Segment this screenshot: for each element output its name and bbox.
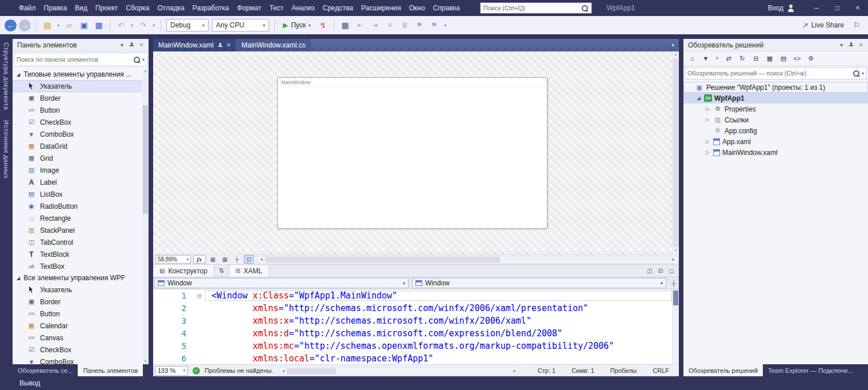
- edge-tab-0[interactable]: Структура документа: [3, 42, 10, 110]
- tab-design[interactable]: ▧ Конструктор: [153, 265, 214, 277]
- toolbox-item-calendar[interactable]: ▦Calendar: [13, 320, 149, 332]
- quick-search-input[interactable]: [483, 5, 579, 11]
- line-indicator[interactable]: Стр: 1: [538, 367, 555, 374]
- breadcrumb-right-select[interactable]: Window ▾: [412, 278, 666, 288]
- toolbox-item-border[interactable]: ▣Border: [13, 92, 149, 104]
- solution-pin-icon[interactable]: [846, 40, 856, 50]
- prev-bookmark-icon[interactable]: ⚑: [413, 18, 426, 32]
- toolbox-item-rectangle[interactable]: □Rectangle: [13, 212, 149, 224]
- menu-item-5[interactable]: Отладка: [153, 1, 188, 15]
- quick-search[interactable]: [480, 2, 592, 14]
- menu-item-1[interactable]: Правка: [40, 1, 71, 15]
- splitter-grip-icon[interactable]: ┼: [670, 280, 678, 286]
- menu-item-9[interactable]: Анализ: [287, 1, 319, 15]
- doc-tab-0[interactable]: MainWindow.xaml×: [153, 39, 236, 51]
- fold-collapse-icon[interactable]: ⊟: [194, 292, 205, 300]
- menu-item-4[interactable]: Сборка: [122, 1, 153, 15]
- toolbox-item-pointer[interactable]: Указатель: [13, 80, 149, 92]
- toolbox-item-combobox[interactable]: ▼ComboBox: [13, 128, 149, 140]
- show-all-files-icon[interactable]: ▦: [765, 55, 774, 62]
- toolbox-item-label[interactable]: ALabel: [13, 176, 149, 188]
- solution-tab-1[interactable]: Team Explorer — Подключе...: [763, 364, 858, 376]
- new-project-button[interactable]: ▤: [41, 18, 54, 32]
- toolbox-item-checkbox[interactable]: ☑CheckBox: [13, 344, 149, 356]
- undo-dropdown-icon[interactable]: ▾: [129, 18, 135, 32]
- menu-item-7[interactable]: Формат: [233, 1, 266, 15]
- scrollbar-thumb[interactable]: [673, 290, 678, 305]
- menu-item-11[interactable]: Расширения: [357, 1, 405, 15]
- snaplines-icon[interactable]: ┼: [232, 255, 242, 264]
- tree-item-6[interactable]: ▷MainWindow.xaml: [683, 147, 868, 158]
- save-all-button[interactable]: ▦: [92, 18, 106, 32]
- menu-item-2[interactable]: Вид: [71, 1, 91, 15]
- toolbox-item-grid[interactable]: ▦Grid: [13, 152, 149, 164]
- toolbox-section-header-0[interactable]: ◢Типовые элементы управления ...: [13, 69, 149, 80]
- tree-item-4[interactable]: ⚙App.config: [683, 125, 868, 136]
- refresh-icon[interactable]: ↻: [738, 55, 747, 62]
- menu-item-0[interactable]: Файл: [15, 1, 40, 15]
- toolbox-item-pointer[interactable]: Указатель: [13, 284, 149, 296]
- save-button[interactable]: ▣: [77, 18, 91, 32]
- scrollbar-thumb[interactable]: [673, 58, 678, 247]
- scroll-right-icon[interactable]: ►: [670, 257, 677, 261]
- collapse-all-icon[interactable]: ⊟: [751, 55, 761, 62]
- code-view-icon[interactable]: <>: [793, 55, 802, 62]
- indent-decrease-icon[interactable]: ⇤: [353, 18, 367, 32]
- toolbox-search-input[interactable]: [17, 56, 131, 63]
- expand-arrow-icon[interactable]: ▷: [705, 139, 711, 144]
- next-bookmark-icon[interactable]: ⚑: [427, 18, 441, 32]
- toolbox-search[interactable]: ▾: [14, 53, 147, 66]
- expand-arrow-icon[interactable]: ◢: [695, 95, 702, 101]
- toolbox-section-header-1[interactable]: ◢Все элементы управления WPF: [13, 272, 149, 284]
- code-line-2[interactable]: 2 xmlns="http://schemas.microsoft.com/wi…: [153, 302, 672, 315]
- code-line-1[interactable]: 1⊟<Window x:Class="WpfApp1.MainWindow": [153, 289, 672, 302]
- toolbox-item-tabcontrol[interactable]: ◫TabControl: [13, 236, 149, 248]
- scroll-down-icon[interactable]: ▼: [673, 248, 679, 254]
- effects-toggle-button[interactable]: fx: [193, 255, 206, 264]
- home-icon[interactable]: ⌂: [687, 55, 697, 62]
- expand-arrow-icon[interactable]: ▷: [705, 150, 711, 155]
- feedback-icon[interactable]: ⚐: [850, 18, 863, 32]
- menu-item-8[interactable]: Тест: [265, 1, 287, 15]
- solution-tab-0[interactable]: Обозреватель решений: [683, 364, 763, 376]
- toolbar-options-icon[interactable]: ▾: [442, 18, 448, 32]
- tree-item-0[interactable]: ▣Решение "WpfApp1" (проекты: 1 из 1): [683, 82, 868, 93]
- wpf-window-preview[interactable]: MainWindow: [277, 77, 547, 229]
- vertical-split-icon[interactable]: ◫: [645, 268, 654, 274]
- toolbox-item-radiobutton[interactable]: ◉RadioButton: [13, 200, 149, 212]
- health-check-icon[interactable]: ✓: [193, 367, 200, 375]
- sync-active-document-icon[interactable]: ⇄: [724, 55, 733, 62]
- pin-icon[interactable]: [218, 42, 223, 49]
- active-files-dropdown-icon[interactable]: ▾: [671, 42, 674, 48]
- chevron-down-icon[interactable]: ▾: [715, 56, 719, 61]
- properties-wrench-icon[interactable]: ⚙: [806, 55, 815, 62]
- scrollbar-thumb[interactable]: [143, 105, 148, 214]
- toolbox-item-canvas[interactable]: ▭Canvas: [13, 332, 149, 344]
- editor-zoom-select[interactable]: 133 % ▾: [155, 366, 188, 376]
- uncomment-icon[interactable]: ≣: [398, 18, 411, 32]
- scroll-up-icon[interactable]: ▲: [144, 69, 147, 73]
- scrollbar-thumb[interactable]: [265, 257, 500, 262]
- toolbox-item-stackpanel[interactable]: ▥StackPanel: [13, 224, 149, 236]
- scroll-left-icon[interactable]: ◄: [279, 369, 287, 373]
- comment-icon[interactable]: ≡: [383, 18, 397, 32]
- undo-button[interactable]: ↶: [114, 18, 128, 32]
- redo-button[interactable]: ↷: [136, 18, 150, 32]
- code-editor[interactable]: 1⊟<Window x:Class="WpfApp1.MainWindow"2 …: [153, 289, 679, 364]
- editor-horizontal-scrollbar[interactable]: ◄ ►: [279, 367, 519, 375]
- hot-reload-icon[interactable]: ↯: [316, 18, 330, 32]
- scroll-up-icon[interactable]: ▲: [673, 51, 679, 58]
- edge-tab-1[interactable]: Источники данных: [3, 120, 10, 178]
- menu-item-13[interactable]: Справка: [429, 1, 464, 15]
- toolbox-tab-0[interactable]: Обозреватель се...: [13, 364, 78, 376]
- close-button[interactable]: ×: [847, 0, 868, 16]
- toolbox-item-button[interactable]: ▭Button: [13, 104, 149, 116]
- project-code-toggle-icon[interactable]: ⊡: [244, 255, 254, 264]
- toolbox-item-checkbox[interactable]: ☑CheckBox: [13, 116, 149, 128]
- menu-item-12[interactable]: Окно: [405, 1, 429, 15]
- toolbox-close-icon[interactable]: ×: [137, 40, 146, 50]
- expand-arrow-icon[interactable]: ▷: [705, 117, 711, 122]
- toolbox-item-textbox[interactable]: abTextBox: [13, 260, 149, 272]
- start-debugging-button[interactable]: ▶ Пуск ▾: [279, 18, 315, 32]
- swap-panes-button[interactable]: ⇅: [214, 265, 229, 277]
